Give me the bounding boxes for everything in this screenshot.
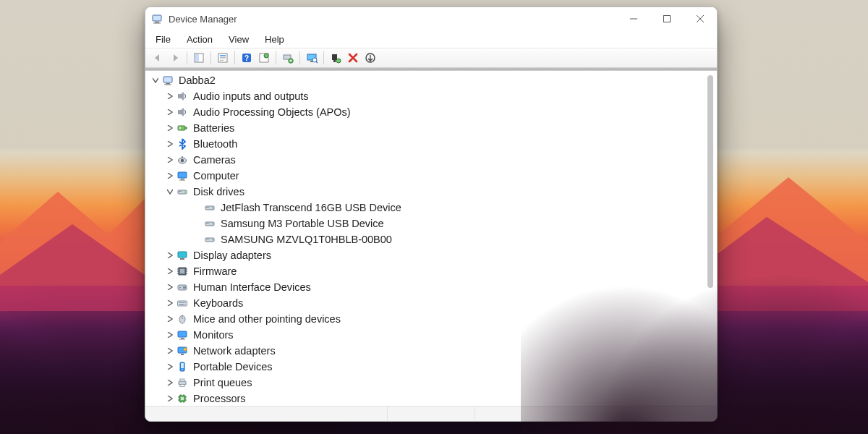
tree-category[interactable]: Disk drives [148,184,704,200]
tree-category[interactable]: Keyboards [148,295,704,311]
tree-node-label: Firmware [193,263,237,279]
tree-category[interactable]: Display adapters [148,247,704,263]
menu-file[interactable]: File [148,33,178,46]
toolbar-forward-button[interactable] [167,50,183,66]
content-area: Dabba2Audio inputs and outputsAudio Proc… [145,68,717,406]
expand-toggle[interactable] [164,247,176,263]
tree-node-label: Audio inputs and outputs [193,88,309,104]
expand-toggle[interactable] [164,279,176,295]
scrollbar-thumb[interactable] [707,75,713,288]
svg-rect-82 [664,16,671,22]
tree-node-label: Dabba2 [179,72,216,88]
toolbar-separator [234,51,235,64]
tree-node-label: Cameras [193,152,236,168]
audio-icon [176,90,189,103]
device-manager-window: Device Manager File Action View Help [145,7,718,422]
tree-category[interactable]: Monitors [148,327,704,343]
firmware-icon [176,265,189,278]
drive-icon [203,233,216,246]
drive-icon [203,217,216,230]
expand-toggle[interactable] [164,152,176,168]
expand-toggle[interactable] [164,391,176,403]
toolbar-separator [276,51,276,64]
titlebar[interactable]: Device Manager [145,7,717,30]
expand-toggle[interactable] [164,104,176,120]
toolbar-scan-button[interactable] [304,50,320,66]
printer-icon [176,376,189,389]
vertical-scrollbar[interactable] [705,74,715,401]
tree-category[interactable]: Cameras [148,152,704,168]
tree-node-label: Computer [193,168,239,184]
menu-action[interactable]: Action [179,33,220,46]
tree-category[interactable]: Audio Processing Objects (APOs) [148,104,704,120]
statusbar-cell [388,407,475,421]
expand-toggle[interactable] [164,359,176,375]
toolbar-back-button[interactable] [150,50,166,66]
menu-help[interactable]: Help [258,33,292,46]
expand-toggle[interactable] [164,263,176,279]
expand-toggle[interactable] [164,311,176,327]
tree-category[interactable]: Computer [148,168,704,184]
tree-category[interactable]: Audio inputs and outputs [148,88,704,104]
tree-node-label: SAMSUNG MZVLQ1T0HBLB-00B00 [221,231,392,247]
expand-toggle[interactable] [164,88,176,104]
expand-toggle[interactable] [150,72,161,88]
device-tree[interactable]: Dabba2Audio inputs and outputsAudio Proc… [148,72,704,403]
expand-toggle[interactable] [164,327,176,343]
menu-view[interactable]: View [221,33,256,46]
toolbar-action-center-button[interactable] [256,50,272,66]
monitor-icon [176,169,189,182]
toolbar-update-driver-button[interactable] [280,50,296,66]
tree-node-label: Batteries [193,120,234,136]
tree-node-label: Mice and other pointing devices [193,311,341,327]
expand-toggle[interactable] [164,295,176,311]
tree-node-label: Network adapters [193,343,276,359]
camera-icon [176,153,189,166]
audio-icon [176,106,189,119]
tree-node-label: Portable Devices [193,359,273,375]
tree-category[interactable]: Firmware [148,263,704,279]
tree-node-label: Samsung M3 Portable USB Device [221,216,384,231]
expand-toggle[interactable] [164,184,176,200]
tree-category[interactable]: Network adapters [148,343,704,359]
minimize-button[interactable] [617,7,650,30]
monitor-icon [176,328,189,341]
tree-category[interactable]: Processors [148,391,704,403]
tree-category[interactable]: Mice and other pointing devices [148,311,704,327]
portable-icon [176,360,189,373]
tree-device[interactable]: Samsung M3 Portable USB Device [148,216,704,231]
tree-category[interactable]: Portable Devices [148,359,704,375]
tree-root[interactable]: Dabba2 [148,72,704,88]
toolbar-uninstall-button[interactable] [328,50,344,66]
toolbar-properties-button[interactable] [215,50,231,66]
tree-category[interactable]: Print queues [148,375,704,391]
toolbar-disable-button[interactable] [345,50,361,66]
tree-node-label: Monitors [193,327,234,343]
expand-toggle[interactable] [164,168,176,184]
drive-icon [176,185,189,198]
expand-toggle[interactable] [164,375,176,391]
close-button[interactable] [684,7,717,30]
tree-category[interactable]: Bluetooth [148,136,704,152]
tree-device[interactable]: JetFlash Transcend 16GB USB Device [148,200,704,216]
tree-node-label: Audio Processing Objects (APOs) [193,104,351,120]
tree-category[interactable]: Batteries [148,120,704,136]
toolbar-separator [187,51,187,64]
expand-toggle[interactable] [164,136,176,152]
tree-category[interactable]: Human Interface Devices [148,279,704,295]
keyboard-icon [176,297,189,310]
tree-device[interactable]: SAMSUNG MZVLQ1T0HBLB-00B00 [148,231,704,247]
toolbar-show-tree-button[interactable] [191,50,207,66]
toolbar-separator [299,51,300,64]
toolbar-add-hardware-button[interactable] [362,50,378,66]
app-icon [151,13,163,25]
statusbar-cell [145,407,388,421]
expand-toggle[interactable] [164,343,176,359]
tree-node-label: Bluetooth [193,136,237,152]
toolbar-separator [210,51,211,64]
toolbar-help-button[interactable] [239,50,255,66]
menubar: File Action View Help [145,30,717,48]
maximize-button[interactable] [650,7,684,30]
expand-toggle[interactable] [164,120,176,136]
tree-node-label: Display adapters [193,247,271,263]
